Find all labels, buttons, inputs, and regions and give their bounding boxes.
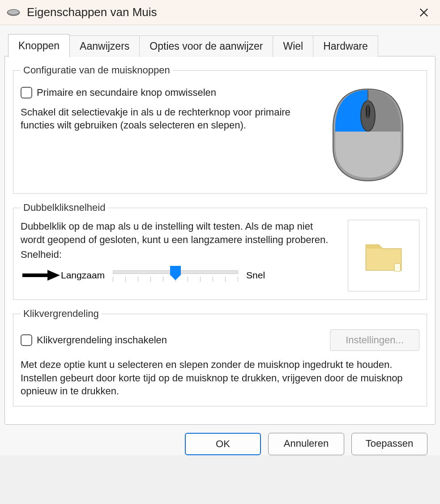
group-doubleclick-speed: Dubbelkliksnelheid Dubbelklik op de map … <box>13 202 427 300</box>
tab-opties-aanwijzer[interactable]: Opties voor de aanwijzer <box>139 35 273 57</box>
slider-thumb-icon <box>169 266 182 280</box>
close-button[interactable] <box>414 3 434 22</box>
annotation-arrow <box>21 269 61 282</box>
cancel-button[interactable]: Annuleren <box>268 433 344 455</box>
swap-buttons-checkbox[interactable] <box>21 87 32 98</box>
tab-panel-knoppen: Configuratie van de muisknoppen Primaire… <box>4 56 436 425</box>
mouse-icon <box>6 8 21 17</box>
doubleclick-description: Dubbelklik op de map als u de instelling… <box>21 220 334 246</box>
svg-point-1 <box>8 10 19 14</box>
clicklock-checkbox[interactable] <box>21 334 32 346</box>
window-title: Eigenschappen van Muis <box>27 5 414 19</box>
folder-icon <box>359 231 408 280</box>
tab-knoppen[interactable]: Knoppen <box>8 34 70 57</box>
svg-rect-7 <box>394 264 400 272</box>
apply-button[interactable]: Toepassen <box>351 433 427 455</box>
doubleclick-test-folder[interactable] <box>348 220 419 291</box>
speed-label: Snelheid: <box>21 249 334 261</box>
swap-buttons-label: Primaire en secundaire knop omwisselen <box>37 86 216 99</box>
group-button-config-legend: Configuratie van de muisknoppen <box>21 64 173 76</box>
slider-fast-label: Snel <box>246 270 265 281</box>
title-bar: Eigenschappen van Muis <box>0 0 440 25</box>
tab-hardware[interactable]: Hardware <box>313 35 378 57</box>
group-button-config: Configuratie van de muisknoppen Primaire… <box>13 64 427 194</box>
ok-button[interactable]: OK <box>185 433 261 455</box>
clicklock-settings-button: Instellingen... <box>330 329 419 351</box>
clicklock-description: Met deze optie kunt u selecteren en slep… <box>21 358 419 398</box>
group-clicklock: Klikvergrendeling Klikvergrendeling insc… <box>13 308 427 406</box>
dialog-footer: OK Annuleren Toepassen <box>4 425 436 455</box>
doubleclick-speed-slider[interactable] <box>113 264 238 286</box>
arrow-right-icon <box>21 269 61 282</box>
mouse-illustration <box>316 82 419 185</box>
group-clicklock-legend: Klikvergrendeling <box>21 308 102 320</box>
group-doubleclick-legend: Dubbelkliksnelheid <box>21 202 108 214</box>
tab-wiel[interactable]: Wiel <box>273 35 313 57</box>
slider-slow-label: Langzaam <box>61 270 105 281</box>
clicklock-label: Klikvergrendeling inschakelen <box>37 333 167 347</box>
tab-strip: Knoppen Aanwijzers Opties voor de aanwij… <box>4 33 436 56</box>
svg-marker-6 <box>47 270 60 281</box>
swap-buttons-description: Schakel dit selectievakje in als u de re… <box>21 106 312 132</box>
close-icon <box>419 8 429 17</box>
tab-aanwijzers[interactable]: Aanwijzers <box>69 35 140 57</box>
